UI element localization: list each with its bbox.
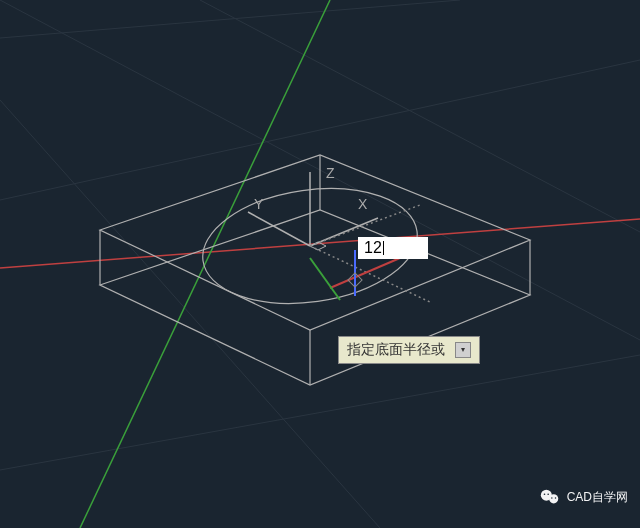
svg-line-5 [0, 100, 380, 528]
watermark: CAD自学网 [539, 486, 628, 508]
svg-line-2 [0, 355, 640, 470]
svg-marker-6 [100, 155, 530, 330]
text-cursor [383, 241, 384, 255]
world-axis-y [80, 0, 330, 528]
svg-point-22 [543, 493, 545, 495]
grid-lines [0, 0, 640, 528]
svg-point-24 [551, 497, 552, 498]
svg-line-0 [0, 0, 460, 38]
svg-point-25 [554, 497, 555, 498]
command-prompt-tooltip: 指定底面半径或 ▾ [338, 336, 480, 364]
cursor-axis-y [310, 258, 340, 300]
radius-input-value: 12 [364, 239, 382, 257]
world-axes [0, 0, 640, 528]
wechat-icon [539, 486, 561, 508]
command-prompt-text: 指定底面半径或 [347, 341, 445, 359]
drawing-canvas [0, 0, 640, 528]
svg-point-23 [547, 493, 549, 495]
radius-input[interactable]: 12 [358, 237, 428, 259]
options-dropdown-button[interactable]: ▾ [455, 342, 471, 358]
watermark-text: CAD自学网 [567, 489, 628, 506]
cad-viewport[interactable]: Z Y X 12 指定底面半径或 ▾ CAD自学网 [0, 0, 640, 528]
svg-line-4 [200, 0, 640, 232]
cursor-axis-x [330, 258, 400, 288]
svg-point-21 [549, 494, 558, 503]
chevron-down-icon: ▾ [461, 346, 465, 354]
